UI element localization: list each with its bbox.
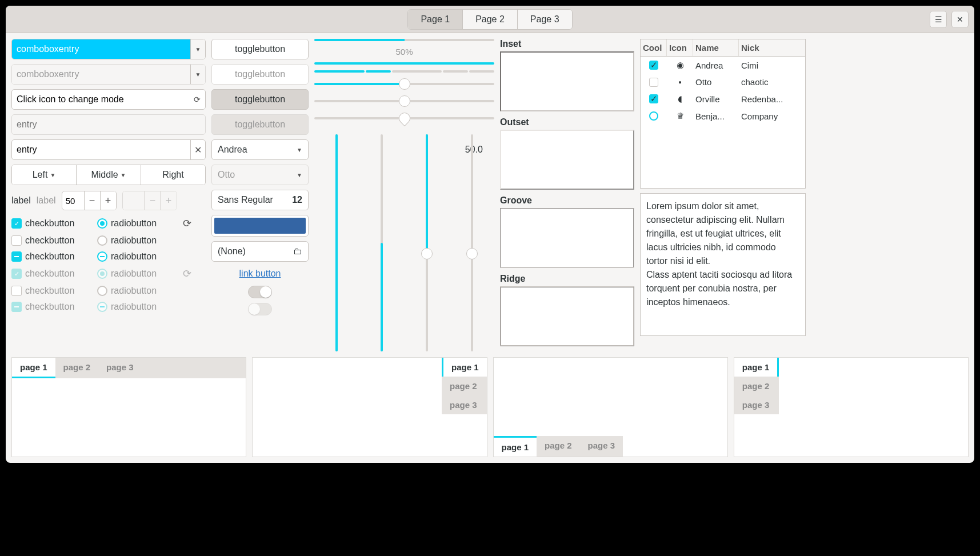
checkbox-icon [11,251,22,262]
th-icon[interactable]: Icon [667,39,693,56]
table-header: Cool Icon Name Nick [641,39,805,57]
vscale-3[interactable] [421,134,433,351]
color-button[interactable] [211,215,309,237]
radiobutton-mixed[interactable]: radiobutton [97,251,183,262]
row-checkbox[interactable] [649,78,658,87]
notebook-tabs: page 1 page 2 page 3 [734,358,779,414]
label-disabled: label [37,195,56,206]
left-button[interactable]: Left▼ [12,165,77,185]
switch-on[interactable] [248,286,272,298]
checkbutton-mixed[interactable]: checkbutton [11,251,97,262]
vscale-4[interactable] [466,134,478,351]
nb-tab-3[interactable]: page 3 [98,358,142,378]
frame-ridge: Ridge [500,274,634,346]
radio-icon [97,218,107,229]
window: Page 1 Page 2 Page 3 ☰ ✕ ▼ ▼ ⟳ [6,6,974,463]
check-grid: checkbutton radiobutton ⟳ checkbutton ra… [11,217,206,312]
hscale-3[interactable] [314,113,494,124]
vscales: 50.0 [314,134,494,351]
frame-groove: Groove [500,195,634,268]
chevron-down-icon: ▼ [190,65,205,84]
middle-button[interactable]: Middle▼ [77,165,141,185]
tab-page-3[interactable]: Page 3 [518,10,572,29]
file-chooser-button[interactable]: (None)🗀 [211,241,309,262]
vscale-1[interactable] [331,134,342,351]
th-name[interactable]: Name [693,39,739,56]
progress-label: 50% [314,47,494,57]
entry[interactable]: ✕ [11,139,206,160]
entry-input[interactable] [12,145,190,155]
nb-tab-3[interactable]: page 3 [442,395,487,414]
row-icon: ◉ [667,59,693,71]
spin-plus[interactable]: + [100,191,116,210]
togglebutton-3-active[interactable]: togglebutton [211,89,309,110]
togglebutton-2-disabled: togglebutton [211,64,309,85]
table-row[interactable]: ♛ Benja... Company [641,107,805,125]
checkbox-icon [11,286,22,296]
menu-button[interactable]: ☰ [930,11,947,28]
switch-off-disabled [248,303,272,315]
nb-tab-1[interactable]: page 1 [494,436,537,457]
chevron-down-icon[interactable]: ▼ [190,39,205,59]
spin-minus-disabled: − [145,191,161,210]
textview[interactable]: Lorem ipsum dolor sit amet, consectetur … [640,193,806,336]
row-checkbox[interactable] [649,61,658,70]
chevron-down-icon: ▼ [297,147,302,153]
row-checkbox[interactable] [649,94,658,103]
right-button[interactable]: Right [141,165,205,185]
nb-tab-2[interactable]: page 2 [442,377,487,395]
close-button[interactable]: ✕ [951,11,969,28]
spinbutton[interactable]: 50 − + [62,191,117,210]
hscale-1[interactable] [314,78,494,90]
notebook-tabs: page 1 page 2 page 3 [442,358,487,414]
comboboxentry-1-input[interactable] [12,39,190,59]
nb-tab-2[interactable]: page 2 [537,436,580,457]
font-button[interactable]: Sans Regular12 [211,190,309,210]
row-icon: ◖ [667,93,693,105]
hscale-2[interactable] [314,95,494,107]
iconmode-entry[interactable]: ⟳ [11,89,206,110]
nb-tab-2[interactable]: page 2 [55,358,99,378]
nb-tab-1[interactable]: page 1 [734,358,779,377]
togglebutton-1[interactable]: togglebutton [211,39,309,59]
table-row[interactable]: ▪ Otto chaotic [641,74,805,90]
th-nick[interactable]: Nick [739,39,805,56]
combobox-1[interactable]: Andrea▼ [211,139,309,160]
tab-page-2[interactable]: Page 2 [463,10,518,29]
col2: togglebutton togglebutton togglebutton t… [211,39,309,351]
nb-tab-1[interactable]: page 1 [12,358,55,378]
vscale-2[interactable] [376,134,387,351]
close-icon: ✕ [957,15,963,24]
link-button[interactable]: link button [211,266,309,281]
spinbutton-value[interactable]: 50 [62,191,84,210]
row-name: Andrea [693,59,739,71]
spin-minus[interactable]: − [84,191,100,210]
nb-tab-3[interactable]: page 3 [580,436,623,457]
comboboxentry-1[interactable]: ▼ [11,39,206,59]
checkbutton-unchecked-disabled: checkbutton [11,286,97,296]
nb-tab-2[interactable]: page 2 [734,377,779,395]
nb-tab-3[interactable]: page 3 [734,395,779,414]
row-name: Orville [693,93,739,105]
sync-icon[interactable]: ⟳ [194,95,201,104]
radiobutton-checked[interactable]: radiobutton [97,217,183,230]
header-tab-switcher: Page 1 Page 2 Page 3 [407,9,572,30]
row-nick: chaotic [739,76,805,88]
checkbutton-checked[interactable]: checkbutton [11,217,97,230]
table-row[interactable]: ◖ Orville Redenba... [641,90,805,107]
radiobutton-unchecked[interactable]: radiobutton [97,235,183,246]
radiobutton-unchecked-disabled: radiobutton [97,286,183,296]
th-cool[interactable]: Cool [641,39,667,56]
nb-tab-1[interactable]: page 1 [442,358,487,377]
clear-icon[interactable]: ✕ [190,140,205,159]
levelbar [314,70,494,73]
checkbutton-unchecked[interactable]: checkbutton [11,235,97,246]
treeview[interactable]: Cool Icon Name Nick ◉ Andrea Cimi ▪ [640,39,806,189]
iconmode-input[interactable] [12,94,194,105]
radiobutton-checked-disabled: radiobutton [97,267,183,280]
comboboxentry-2-input [12,65,190,84]
row-radio[interactable] [649,111,658,121]
table-row[interactable]: ◉ Andrea Cimi [641,57,805,74]
spinner-icon-disabled: ⟳ [183,267,200,280]
tab-page-1[interactable]: Page 1 [408,10,463,29]
